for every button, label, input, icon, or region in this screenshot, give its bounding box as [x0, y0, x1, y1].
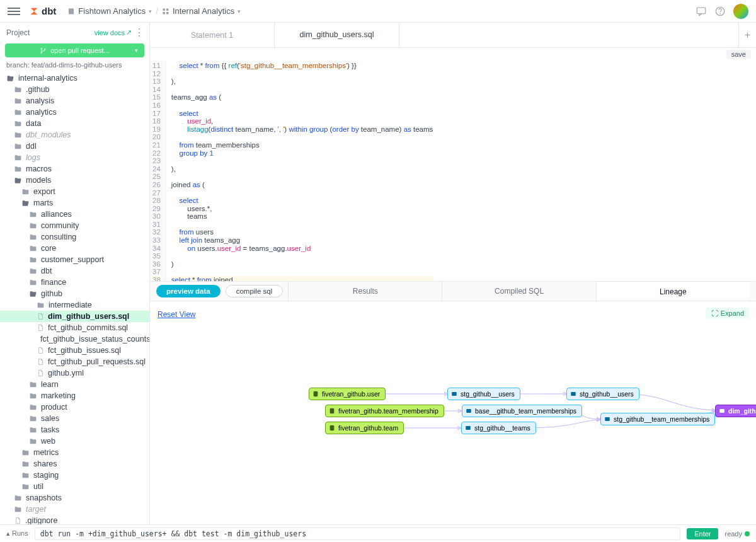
lineage-graph[interactable]: fivetran_github.user fivetran_github.tea…	[150, 301, 756, 524]
tree-item[interactable]: data	[0, 118, 149, 129]
results-toolbar: preview data compile sql Results Compile…	[150, 281, 756, 301]
view-docs-link[interactable]: view docs ↗	[94, 28, 132, 37]
breadcrumb-project[interactable]: Internal Analytics▾	[162, 6, 241, 16]
dbt-logo-icon	[29, 6, 39, 16]
tree-item[interactable]: logs	[0, 152, 149, 163]
breadcrumb-org[interactable]: Fishtown Analytics▾	[67, 6, 152, 16]
tab-statement-1[interactable]: Statement 1	[150, 23, 275, 47]
save-button[interactable]: save	[726, 50, 751, 59]
tree-item[interactable]: ddl	[0, 141, 149, 152]
tree-item[interactable]: .github	[0, 84, 149, 95]
tree-item[interactable]: github	[0, 288, 149, 299]
svg-rect-16	[466, 426, 471, 430]
tree-item[interactable]: community	[0, 220, 149, 231]
breadcrumb-project-label: Internal Analytics	[173, 6, 234, 16]
svg-rect-4	[166, 12, 169, 14]
status-ready: ready	[724, 530, 750, 538]
lineage-node-model[interactable]: stg_github__users	[566, 388, 639, 400]
tree-item[interactable]: marketing	[0, 390, 149, 401]
lineage-node-model[interactable]: stg_github__users	[447, 388, 520, 400]
tab-results[interactable]: Results	[288, 282, 442, 301]
tree-item[interactable]: staging	[0, 470, 149, 481]
enter-button[interactable]: Enter	[687, 528, 718, 539]
tree-item[interactable]: customer_support	[0, 254, 149, 265]
runs-toggle[interactable]: ▴ Runs	[6, 529, 28, 538]
model-icon	[465, 425, 471, 431]
tree-item[interactable]: sales	[0, 413, 149, 424]
workspace: Statement 1 dim_github_users.sql + save …	[150, 23, 756, 524]
svg-point-9	[41, 52, 42, 53]
svg-point-7	[720, 13, 721, 14]
tree-item[interactable]: finance	[0, 277, 149, 288]
tree-item[interactable]: tasks	[0, 424, 149, 435]
tab-dim-github-users[interactable]: dim_github_users.sql	[275, 23, 399, 47]
lineage-node-source[interactable]: fivetran_github.user	[309, 388, 386, 400]
tree-item[interactable]: learn	[0, 379, 149, 390]
tree-item[interactable]: analysis	[0, 95, 149, 107]
tree-item[interactable]: fct_github_commits.sql	[0, 322, 149, 333]
sidebar: Project view docs ↗ ⋮ open pull request.…	[0, 23, 150, 524]
tree-item[interactable]: intermediate	[0, 299, 149, 311]
command-input[interactable]	[35, 528, 680, 540]
tree-item[interactable]: internal-analytics	[0, 72, 149, 84]
database-icon	[329, 408, 335, 414]
lineage-node-model[interactable]: stg_github__team_memberships	[600, 413, 715, 425]
tree-item[interactable]: consulting	[0, 231, 149, 243]
branch-name: branch: feat/add-dims-to-github-users	[0, 59, 149, 72]
tree-item[interactable]: fct_github_issues.sql	[0, 345, 149, 356]
logo-text: dbt	[42, 6, 56, 16]
tree-item[interactable]: util	[0, 481, 149, 492]
tree-item[interactable]: dbt	[0, 265, 149, 277]
svg-rect-15	[466, 409, 471, 413]
compile-sql-button[interactable]: compile sql	[226, 285, 284, 297]
database-icon	[312, 391, 319, 397]
hamburger-menu-icon[interactable]	[8, 8, 20, 15]
add-tab-button[interactable]: +	[738, 23, 756, 47]
lineage-node-model[interactable]: base__github_team_memberships	[462, 405, 582, 417]
tab-compiled-sql[interactable]: Compiled SQL	[442, 282, 595, 301]
command-bar: ▴ Runs Enter ready	[0, 524, 756, 542]
tree-item[interactable]: models	[0, 175, 149, 186]
tree-item[interactable]: fct_github_pull_requests.sql	[0, 356, 149, 367]
tab-lineage[interactable]: Lineage	[596, 282, 750, 301]
logo[interactable]: dbt	[29, 6, 56, 16]
tree-item[interactable]: metrics	[0, 447, 149, 458]
tree-item[interactable]: snapshots	[0, 492, 149, 504]
svg-rect-3	[163, 12, 165, 14]
svg-rect-2	[166, 8, 169, 11]
svg-point-10	[44, 49, 45, 50]
breadcrumb-org-label: Fishtown Analytics	[78, 6, 146, 16]
tree-item[interactable]: target	[0, 504, 149, 515]
tree-item[interactable]: macros	[0, 163, 149, 175]
tree-item[interactable]: web	[0, 435, 149, 447]
tree-item[interactable]: marts	[0, 197, 149, 209]
lineage-node-source[interactable]: fivetran_github.team_membership	[325, 405, 444, 417]
tree-item[interactable]: export	[0, 186, 149, 197]
svg-rect-19	[719, 409, 724, 413]
tree-item[interactable]: shares	[0, 458, 149, 470]
tree-item[interactable]: dbt_modules	[0, 129, 149, 141]
sidebar-more-icon[interactable]: ⋮	[134, 26, 143, 38]
avatar[interactable]	[733, 4, 748, 19]
tree-item[interactable]: .gitignore	[0, 515, 149, 524]
help-icon[interactable]	[714, 6, 726, 17]
tree-item[interactable]: alliances	[0, 209, 149, 220]
tree-item[interactable]: product	[0, 401, 149, 413]
line-gutter: 1112131415161718192021222324252627282930…	[150, 61, 166, 281]
preview-data-button[interactable]: preview data	[156, 285, 220, 297]
building-icon	[67, 8, 75, 15]
breadcrumb: Fishtown Analytics▾ / Internal Analytics…	[67, 6, 241, 16]
grid-icon	[162, 8, 169, 15]
open-pull-request-button[interactable]: open pull request...	[5, 43, 144, 57]
lineage-node-model[interactable]: stg_github__teams	[461, 422, 536, 434]
lineage-node-current[interactable]: dim_github_users	[715, 405, 756, 417]
tree-item[interactable]: core	[0, 243, 149, 254]
tree-item[interactable]: fct_github_issue_status_counts.sql	[0, 333, 149, 345]
tree-item[interactable]: analytics	[0, 107, 149, 118]
model-icon	[570, 391, 576, 397]
code-editor[interactable]: 1112131415161718192021222324252627282930…	[150, 61, 756, 281]
tree-item[interactable]: github.yml	[0, 367, 149, 379]
chat-icon[interactable]	[696, 6, 707, 17]
tree-item[interactable]: dim_github_users.sql	[0, 311, 149, 322]
lineage-node-source[interactable]: fivetran_github.team	[325, 422, 404, 434]
